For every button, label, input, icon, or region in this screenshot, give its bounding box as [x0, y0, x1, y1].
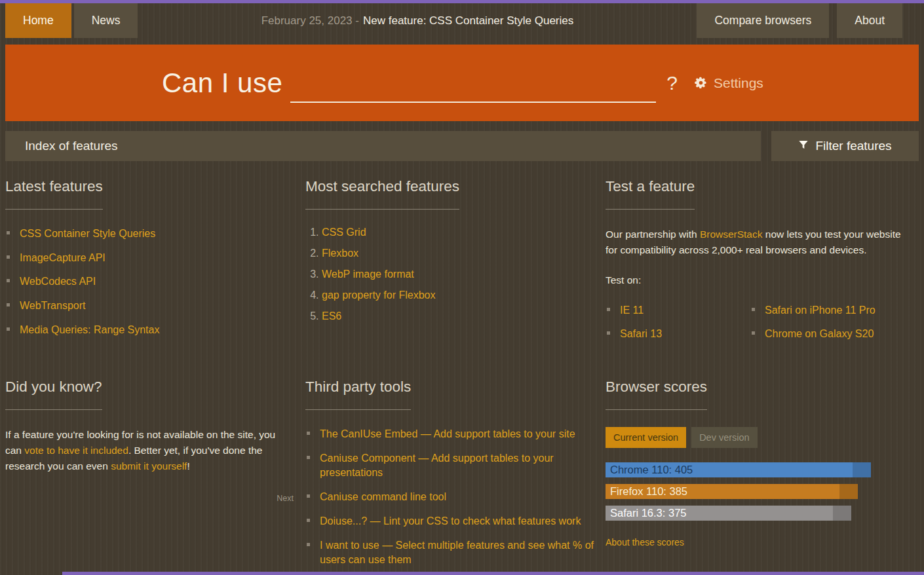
search-input[interactable]	[290, 77, 656, 103]
square-bullet-icon	[307, 543, 310, 546]
funnel-icon	[798, 139, 809, 153]
tab-about[interactable]: About	[837, 3, 902, 38]
feature-link[interactable]: WebCodecs API	[20, 276, 96, 287]
most-searched-heading: Most searched features	[305, 178, 459, 210]
square-bullet-icon	[307, 519, 310, 522]
test-on-label: Test on:	[606, 272, 908, 288]
square-bullet-icon	[307, 494, 310, 498]
square-bullet-icon	[752, 331, 755, 335]
feature-link[interactable]: Flexbox	[322, 248, 358, 259]
square-bullet-icon	[307, 456, 310, 459]
list-item: CSS Grid	[322, 227, 594, 238]
square-bullet-icon	[7, 279, 10, 282]
square-bullet-icon	[607, 308, 610, 311]
index-row: Index of features Filter features	[5, 131, 919, 161]
index-of-features-label: Index of features	[25, 139, 118, 153]
list-item: gap property for Flexbox	[322, 289, 594, 301]
help-link[interactable]: ?	[666, 72, 678, 94]
news-date: February 25, 2023 -	[261, 14, 359, 28]
test-browser-link[interactable]: Safari on iPhone 11 Pro	[765, 305, 876, 316]
section-did-you-know: Did you know? If a feature you're lookin…	[5, 379, 294, 575]
score-bar-chrome: Chrome 110: 405	[606, 462, 871, 477]
tool-link[interactable]: Caniuse Component — Add support tables t…	[320, 453, 554, 479]
site-logo[interactable]: Can I use	[162, 67, 282, 99]
did-you-know-heading: Did you know?	[5, 379, 102, 410]
tool-link[interactable]: Caniuse command line tool	[320, 491, 446, 502]
section-test-a-feature: Test a feature Our partnership with Brow…	[606, 178, 908, 351]
settings-button[interactable]: Settings	[695, 75, 763, 91]
list-item: WebP image format	[322, 269, 594, 280]
site-header: Can I use ? Settings	[5, 45, 919, 121]
tab-home[interactable]: Home	[5, 3, 71, 38]
list-item: Flexbox	[322, 248, 594, 259]
test-a-feature-heading: Test a feature	[606, 178, 695, 210]
index-of-features-bar[interactable]: Index of features	[5, 131, 761, 161]
test-browser-link[interactable]: Safari 13	[620, 328, 662, 339]
feature-link[interactable]: WebP image format	[322, 269, 414, 280]
about-these-scores-link[interactable]: About these scores	[606, 537, 684, 547]
list-item: IE 11	[606, 303, 750, 318]
tool-link[interactable]: Doiuse...? — Lint your CSS to check what…	[320, 515, 581, 527]
tool-link[interactable]: I want to use — Select multiple features…	[320, 540, 594, 566]
square-bullet-icon	[7, 231, 10, 234]
gear-icon	[695, 77, 707, 89]
square-bullet-icon	[607, 331, 610, 335]
list-item: WebCodecs API	[5, 274, 294, 289]
tab-compare-browsers[interactable]: Compare browsers	[697, 3, 829, 38]
tab-news[interactable]: News	[74, 3, 138, 38]
square-bullet-icon	[307, 432, 310, 435]
tool-link[interactable]: The CanIUse Embed — Add support tables t…	[320, 428, 575, 439]
list-item: Media Queries: Range Syntax	[5, 323, 294, 338]
list-item: ImageCapture API	[5, 251, 294, 266]
browser-scores-heading: Browser scores	[606, 379, 707, 410]
feature-link[interactable]: Media Queries: Range Syntax	[20, 324, 159, 335]
section-third-party-tools: Third party tools The CanIUse Embed — Ad…	[305, 379, 594, 575]
feature-link[interactable]: ImageCapture API	[20, 252, 106, 263]
news-ticker-link[interactable]: February 25, 2023 - New feature: CSS Con…	[138, 3, 697, 38]
bottom-purple-strip	[62, 572, 924, 575]
tab-current-version[interactable]: Current version	[606, 427, 686, 448]
list-item: Chrome on Galaxy S20	[750, 327, 895, 342]
did-you-know-text: If a feature you're looking for is not a…	[5, 427, 294, 475]
square-bullet-icon	[7, 327, 10, 331]
third-party-tools-heading: Third party tools	[305, 379, 411, 410]
list-item: Safari on iPhone 11 Pro	[750, 303, 895, 318]
list-item: ES6	[322, 310, 594, 322]
latest-features-heading: Latest features	[5, 178, 103, 210]
submit-link[interactable]: submit it yourself	[111, 460, 187, 472]
list-item: The CanIUse Embed — Add support tables t…	[305, 427, 594, 442]
top-navigation: Home News February 25, 2023 - New featur…	[0, 3, 924, 38]
score-bar-safari: Safari 16.3: 375	[606, 506, 851, 521]
filter-features-label: Filter features	[815, 139, 891, 153]
square-bullet-icon	[752, 308, 755, 311]
list-item: Doiuse...? — Lint your CSS to check what…	[305, 514, 594, 529]
score-bar-firefox: Firefox 110: 385	[606, 484, 858, 499]
section-most-searched: Most searched features CSS Grid Flexbox …	[305, 178, 594, 351]
feature-link[interactable]: ES6	[322, 310, 341, 322]
test-browser-link[interactable]: Chrome on Galaxy S20	[765, 328, 874, 339]
test-a-feature-intro: Our partnership with BrowserStack now le…	[606, 227, 908, 258]
list-item: CSS Container Style Queries	[5, 227, 294, 242]
test-browser-link[interactable]: IE 11	[620, 305, 644, 316]
filter-features-button[interactable]: Filter features	[771, 131, 919, 161]
section-latest-features: Latest features CSS Container Style Quer…	[5, 178, 294, 351]
content-grid: Latest features CSS Container Style Quer…	[0, 161, 924, 575]
square-bullet-icon	[7, 303, 10, 306]
list-item: I want to use — Select multiple features…	[305, 538, 594, 568]
browserstack-link[interactable]: BrowserStack	[700, 229, 763, 240]
section-browser-scores: Browser scores Current version Dev versi…	[606, 379, 908, 575]
settings-label: Settings	[714, 75, 763, 91]
square-bullet-icon	[7, 255, 10, 259]
feature-link[interactable]: CSS Grid	[322, 227, 366, 238]
feature-link[interactable]: WebTransport	[20, 300, 85, 311]
vote-link[interactable]: vote to have it included	[24, 445, 128, 456]
list-item: Caniuse command line tool	[305, 490, 594, 505]
tab-dev-version[interactable]: Dev version	[691, 427, 758, 448]
list-item: Caniuse Component — Add support tables t…	[305, 451, 594, 481]
list-item: Safari 13	[606, 327, 750, 342]
list-item: WebTransport	[5, 299, 294, 314]
feature-link[interactable]: CSS Container Style Queries	[20, 228, 155, 239]
feature-link[interactable]: gap property for Flexbox	[322, 289, 435, 301]
next-tip-button[interactable]: Next	[5, 494, 294, 503]
news-title: New feature: CSS Container Style Queries	[363, 14, 573, 28]
